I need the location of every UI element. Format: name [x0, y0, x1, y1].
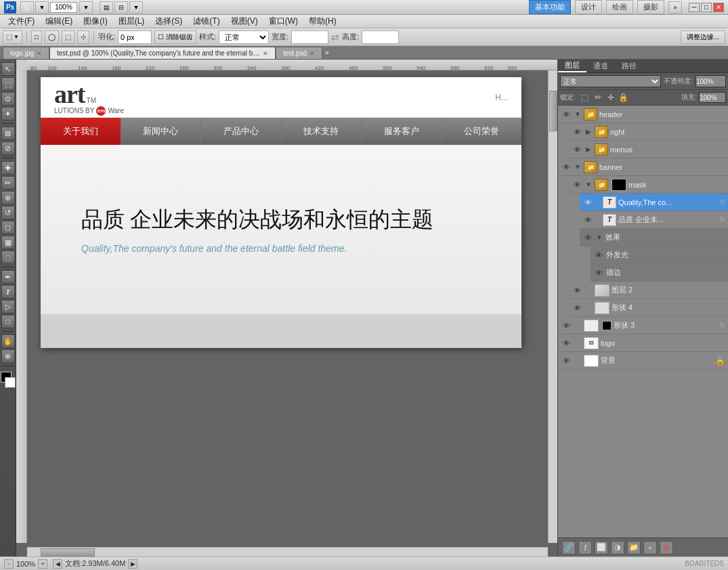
nav-honor[interactable]: 公司荣誉	[442, 118, 522, 145]
menu-select[interactable]: 选择(S)	[150, 15, 188, 28]
layer-outer-glow[interactable]: 👁 外发光	[591, 246, 728, 264]
menu-image[interactable]: 图像(I)	[78, 15, 112, 28]
zoom-display[interactable]: 100%	[50, 2, 77, 13]
layer-effects[interactable]: 👁 ▼ 效果	[580, 229, 728, 246]
layer-banner[interactable]: 👁 ▼ 📁 banner	[558, 158, 728, 176]
close-tab-test2[interactable]: ✕	[309, 50, 315, 57]
minimize-btn[interactable]: ─	[689, 3, 700, 12]
layer-cn-text[interactable]: 👁 T 品质 企业未... fx	[580, 211, 728, 229]
magic-wand-tool[interactable]: ✦	[1, 107, 15, 120]
tab-channels[interactable]: 通道	[586, 60, 615, 72]
doc-tab-test2[interactable]: test.psd ✕	[276, 47, 322, 59]
anti-alias-checkbox[interactable]: ☐ 消除锯齿	[154, 30, 196, 44]
fill-input[interactable]	[699, 92, 726, 103]
expand-background[interactable]	[574, 355, 582, 366]
eye-background[interactable]: 👁	[561, 355, 572, 366]
close-btn[interactable]: ✕	[713, 3, 724, 12]
shape-tool[interactable]: □	[1, 315, 15, 328]
mask-btn[interactable]: ⬜	[595, 541, 608, 554]
eye-mask[interactable]: 👁	[572, 179, 582, 190]
menu-filter[interactable]: 滤镜(T)	[188, 15, 225, 28]
blend-mode-select[interactable]: 正常	[560, 75, 661, 87]
nav-about[interactable]: 关于我们	[41, 118, 121, 145]
width-input[interactable]	[291, 30, 328, 44]
close-tab-test[interactable]: ✕	[263, 50, 268, 57]
eye-stroke[interactable]: 👁	[593, 267, 604, 278]
delete-layer-btn[interactable]: 🗑	[660, 541, 673, 554]
menu-help[interactable]: 帮助(H)	[303, 15, 342, 28]
expand-shape3[interactable]	[574, 320, 582, 331]
view-menu-btn[interactable]: ▼	[129, 1, 143, 14]
menu-file[interactable]: 文件(F)	[3, 15, 40, 28]
layer-header[interactable]: 👁 ▼ 📁 header	[558, 106, 728, 123]
menu-view[interactable]: 视图(V)	[226, 15, 263, 28]
tab-paths[interactable]: 路径	[615, 60, 643, 72]
eye-layer2[interactable]: 👁	[572, 285, 582, 296]
layer-list[interactable]: 👁 ▼ 📁 header 👁 ▶ 📁 right 👁 ▶ 📁	[558, 106, 728, 538]
height-input[interactable]	[362, 30, 399, 44]
vertical-scrollbar[interactable]	[548, 70, 557, 543]
history-brush-tool[interactable]: ↺	[1, 206, 15, 219]
layer-shape3[interactable]: 👁 形状 3 fx	[558, 317, 728, 334]
lasso-tool[interactable]: ⊙	[1, 92, 15, 106]
eye-header[interactable]: 👁	[561, 109, 572, 120]
selection-shape-btn4[interactable]: ⊹	[77, 30, 89, 44]
zoom-dropdown-btn[interactable]: ▼	[79, 1, 93, 14]
link-layers-btn[interactable]: 🔗	[562, 541, 576, 554]
crop-tool[interactable]: ⊠	[1, 127, 15, 140]
view-mode-btn1[interactable]: ▤	[100, 1, 113, 14]
horizontal-scrollbar[interactable]	[27, 547, 548, 556]
close-tab-logo[interactable]: ✕	[37, 50, 42, 57]
lock-image-btn[interactable]: ✏	[593, 92, 603, 103]
expand-cn[interactable]	[595, 215, 601, 225]
workspace-tab-design[interactable]: 设计	[575, 0, 602, 14]
workspace-tab-photo[interactable]: 摄影	[637, 0, 664, 14]
feather-input[interactable]	[118, 30, 152, 44]
layer-mask[interactable]: 👁 ▼ 📁 mask	[569, 176, 728, 194]
h-scrollbar-thumb[interactable]	[41, 548, 95, 556]
path-select-tool[interactable]: ▷	[1, 300, 15, 313]
v-scrollbar-thumb[interactable]	[549, 91, 557, 131]
expand-header[interactable]: ▼	[574, 109, 582, 120]
menu-window[interactable]: 窗口(W)	[263, 15, 303, 28]
eye-logo[interactable]: 👁	[561, 338, 572, 349]
eye-effects[interactable]: 👁	[582, 232, 593, 243]
layer-2[interactable]: 👁 图层 2	[569, 282, 728, 299]
next-page-btn[interactable]: ▶	[128, 559, 137, 569]
expand-quality[interactable]	[595, 197, 601, 208]
canvas-scroll-area[interactable]: art TM LUTIONS BY em Ware H... 关于我们 新	[27, 70, 548, 543]
move-tool[interactable]: ↖	[1, 62, 15, 76]
fx-btn[interactable]: f	[578, 541, 592, 554]
expand-banner[interactable]: ▼	[574, 162, 582, 173]
pen-tool[interactable]: ✒	[1, 270, 15, 284]
hand-tool[interactable]: ✋	[1, 334, 15, 348]
dodge-tool[interactable]: ◌	[1, 250, 15, 264]
menu-layer[interactable]: 图层(L)	[113, 15, 150, 28]
selection-shape-btn3[interactable]: ⬚	[62, 30, 74, 44]
eye-quality[interactable]: 👁	[582, 197, 593, 208]
brush-tool[interactable]: ✏	[1, 176, 15, 190]
workspace-more-btn[interactable]: »	[668, 1, 682, 14]
expand-layer2[interactable]	[584, 285, 593, 296]
layer-shape4[interactable]: 👁 形状 4	[569, 299, 728, 317]
eyedropper-tool[interactable]: ⊘	[1, 141, 15, 155]
expand-right[interactable]: ▶	[584, 127, 593, 137]
marquee-tool[interactable]: ⬚	[1, 77, 15, 91]
layer-right[interactable]: 👁 ▶ 📁 right	[569, 123, 728, 141]
refine-edge-btn[interactable]: 调整边缘...	[681, 30, 725, 44]
status-zoom-decr[interactable]: -	[4, 559, 14, 569]
nav-products[interactable]: 产品中心	[201, 118, 282, 145]
lock-position-btn[interactable]: ✛	[605, 92, 616, 103]
eye-menus[interactable]: 👁	[572, 144, 582, 155]
zoom-tool[interactable]: ⊕	[1, 349, 15, 363]
eye-cn[interactable]: 👁	[582, 215, 593, 225]
eye-shape3[interactable]: 👁	[561, 320, 572, 331]
expand-mask[interactable]: ▼	[584, 179, 593, 190]
nav-news[interactable]: 新闻中心	[121, 118, 202, 145]
expand-logo[interactable]	[574, 338, 582, 349]
file-new-btn[interactable]: ⬜	[20, 1, 34, 14]
maximize-btn[interactable]: □	[701, 3, 712, 12]
eye-banner[interactable]: 👁	[561, 162, 572, 173]
tab-layers[interactable]: 图层	[558, 60, 586, 72]
eraser-tool[interactable]: ◻	[1, 221, 15, 234]
